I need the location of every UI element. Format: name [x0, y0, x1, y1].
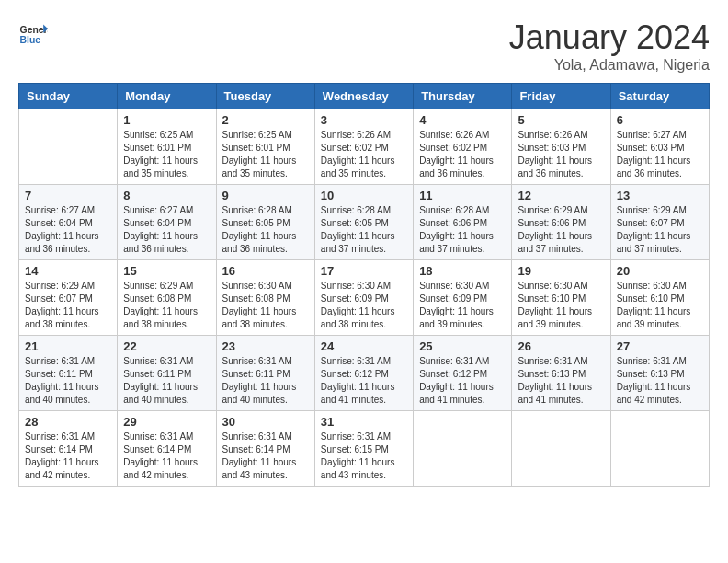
calendar-cell: 10Sunrise: 6:28 AM Sunset: 6:05 PM Dayli…: [314, 185, 413, 260]
day-number: 17: [321, 264, 407, 278]
day-number: 9: [222, 189, 309, 202]
day-info: Sunrise: 6:29 AM Sunset: 6:07 PM Dayligh…: [617, 204, 703, 256]
day-number: 4: [419, 113, 506, 127]
day-number: 11: [419, 189, 506, 202]
day-info: Sunrise: 6:31 AM Sunset: 6:12 PM Dayligh…: [321, 355, 407, 407]
day-info: Sunrise: 6:28 AM Sunset: 6:06 PM Dayligh…: [419, 204, 506, 256]
day-number: 28: [25, 415, 111, 429]
day-number: 20: [617, 264, 703, 278]
calendar-cell: 24Sunrise: 6:31 AM Sunset: 6:12 PM Dayli…: [314, 336, 413, 411]
calendar-cell: 1Sunrise: 6:25 AM Sunset: 6:01 PM Daylig…: [118, 109, 216, 185]
day-info: Sunrise: 6:25 AM Sunset: 6:01 PM Dayligh…: [222, 129, 309, 180]
day-number: 26: [518, 339, 604, 353]
day-info: Sunrise: 6:28 AM Sunset: 6:05 PM Dayligh…: [321, 204, 407, 256]
calendar-cell: 26Sunrise: 6:31 AM Sunset: 6:13 PM Dayli…: [512, 336, 610, 411]
main-title: January 2024: [509, 18, 710, 57]
calendar-cell: 13Sunrise: 6:29 AM Sunset: 6:07 PM Dayli…: [610, 185, 709, 260]
logo: General Blue: [18, 18, 48, 48]
day-info: Sunrise: 6:31 AM Sunset: 6:11 PM Dayligh…: [123, 355, 210, 407]
calendar-header-row: SundayMondayTuesdayWednesdayThursdayFrid…: [19, 84, 710, 109]
day-number: 19: [518, 264, 604, 278]
day-info: Sunrise: 6:30 AM Sunset: 6:08 PM Dayligh…: [222, 280, 309, 331]
calendar-day-header: Tuesday: [216, 84, 314, 109]
day-number: 5: [518, 113, 604, 127]
day-number: 25: [419, 339, 506, 353]
calendar-day-header: Friday: [512, 84, 610, 109]
day-info: Sunrise: 6:31 AM Sunset: 6:12 PM Dayligh…: [419, 355, 506, 407]
calendar-cell: 21Sunrise: 6:31 AM Sunset: 6:11 PM Dayli…: [19, 336, 118, 411]
day-info: Sunrise: 6:27 AM Sunset: 6:03 PM Dayligh…: [617, 129, 703, 180]
calendar-cell: 6Sunrise: 6:27 AM Sunset: 6:03 PM Daylig…: [610, 109, 709, 185]
calendar-cell: 5Sunrise: 6:26 AM Sunset: 6:03 PM Daylig…: [512, 109, 610, 185]
day-number: 29: [123, 415, 210, 429]
day-info: Sunrise: 6:31 AM Sunset: 6:14 PM Dayligh…: [25, 431, 111, 482]
calendar-cell: 18Sunrise: 6:30 AM Sunset: 6:09 PM Dayli…: [414, 260, 512, 336]
calendar-cell: [610, 411, 709, 487]
day-info: Sunrise: 6:26 AM Sunset: 6:03 PM Dayligh…: [518, 129, 604, 180]
day-info: Sunrise: 6:27 AM Sunset: 6:04 PM Dayligh…: [25, 204, 111, 256]
calendar-cell: 4Sunrise: 6:26 AM Sunset: 6:02 PM Daylig…: [414, 109, 512, 185]
calendar-day-header: Thursday: [414, 84, 512, 109]
day-number: 14: [25, 264, 111, 278]
calendar-cell: 16Sunrise: 6:30 AM Sunset: 6:08 PM Dayli…: [216, 260, 314, 336]
day-info: Sunrise: 6:30 AM Sunset: 6:10 PM Dayligh…: [518, 280, 604, 331]
calendar-cell: 14Sunrise: 6:29 AM Sunset: 6:07 PM Dayli…: [19, 260, 118, 336]
day-number: 10: [321, 189, 407, 202]
day-number: 2: [222, 113, 309, 127]
calendar-cell: 28Sunrise: 6:31 AM Sunset: 6:14 PM Dayli…: [19, 411, 118, 487]
title-block: January 2024 Yola, Adamawa, Nigeria: [509, 18, 710, 74]
day-info: Sunrise: 6:28 AM Sunset: 6:05 PM Dayligh…: [222, 204, 309, 256]
page-header: General Blue January 2024 Yola, Adamawa,…: [18, 18, 710, 74]
day-info: Sunrise: 6:29 AM Sunset: 6:07 PM Dayligh…: [25, 280, 111, 331]
calendar-cell: 22Sunrise: 6:31 AM Sunset: 6:11 PM Dayli…: [118, 336, 216, 411]
day-info: Sunrise: 6:31 AM Sunset: 6:15 PM Dayligh…: [321, 431, 407, 482]
day-info: Sunrise: 6:31 AM Sunset: 6:14 PM Dayligh…: [123, 431, 210, 482]
calendar-cell: 15Sunrise: 6:29 AM Sunset: 6:08 PM Dayli…: [118, 260, 216, 336]
day-info: Sunrise: 6:29 AM Sunset: 6:06 PM Dayligh…: [518, 204, 604, 256]
calendar-week-row: 1Sunrise: 6:25 AM Sunset: 6:01 PM Daylig…: [19, 109, 710, 185]
calendar-cell: 12Sunrise: 6:29 AM Sunset: 6:06 PM Dayli…: [512, 185, 610, 260]
calendar-cell: 30Sunrise: 6:31 AM Sunset: 6:14 PM Dayli…: [216, 411, 314, 487]
calendar-cell: 3Sunrise: 6:26 AM Sunset: 6:02 PM Daylig…: [314, 109, 413, 185]
day-info: Sunrise: 6:30 AM Sunset: 6:09 PM Dayligh…: [419, 280, 506, 331]
calendar-cell: 23Sunrise: 6:31 AM Sunset: 6:11 PM Dayli…: [216, 336, 314, 411]
day-number: 3: [321, 113, 407, 127]
day-number: 15: [123, 264, 210, 278]
day-info: Sunrise: 6:30 AM Sunset: 6:09 PM Dayligh…: [321, 280, 407, 331]
calendar-cell: 27Sunrise: 6:31 AM Sunset: 6:13 PM Dayli…: [610, 336, 709, 411]
day-number: 27: [617, 339, 703, 353]
calendar-cell: 29Sunrise: 6:31 AM Sunset: 6:14 PM Dayli…: [118, 411, 216, 487]
calendar-cell: [19, 109, 118, 185]
day-number: 13: [617, 189, 703, 202]
day-info: Sunrise: 6:31 AM Sunset: 6:11 PM Dayligh…: [25, 355, 111, 407]
day-info: Sunrise: 6:26 AM Sunset: 6:02 PM Dayligh…: [321, 129, 407, 180]
day-info: Sunrise: 6:31 AM Sunset: 6:14 PM Dayligh…: [222, 431, 309, 482]
calendar-week-row: 28Sunrise: 6:31 AM Sunset: 6:14 PM Dayli…: [19, 411, 710, 487]
calendar-cell: 25Sunrise: 6:31 AM Sunset: 6:12 PM Dayli…: [414, 336, 512, 411]
day-number: 22: [123, 339, 210, 353]
calendar-day-header: Monday: [118, 84, 216, 109]
logo-icon: General Blue: [18, 18, 48, 48]
calendar-week-row: 14Sunrise: 6:29 AM Sunset: 6:07 PM Dayli…: [19, 260, 710, 336]
day-number: 7: [25, 189, 111, 202]
calendar-cell: 2Sunrise: 6:25 AM Sunset: 6:01 PM Daylig…: [216, 109, 314, 185]
day-number: 30: [222, 415, 309, 429]
day-info: Sunrise: 6:26 AM Sunset: 6:02 PM Dayligh…: [419, 129, 506, 180]
day-info: Sunrise: 6:30 AM Sunset: 6:10 PM Dayligh…: [617, 280, 703, 331]
subtitle: Yola, Adamawa, Nigeria: [509, 57, 710, 74]
day-info: Sunrise: 6:31 AM Sunset: 6:13 PM Dayligh…: [617, 355, 703, 407]
calendar-cell: 11Sunrise: 6:28 AM Sunset: 6:06 PM Dayli…: [414, 185, 512, 260]
day-number: 6: [617, 113, 703, 127]
day-info: Sunrise: 6:31 AM Sunset: 6:11 PM Dayligh…: [222, 355, 309, 407]
calendar-day-header: Wednesday: [314, 84, 413, 109]
day-number: 18: [419, 264, 506, 278]
day-number: 23: [222, 339, 309, 353]
svg-text:Blue: Blue: [20, 35, 41, 45]
calendar-day-header: Sunday: [19, 84, 118, 109]
day-number: 1: [123, 113, 210, 127]
calendar-cell: 17Sunrise: 6:30 AM Sunset: 6:09 PM Dayli…: [314, 260, 413, 336]
day-info: Sunrise: 6:31 AM Sunset: 6:13 PM Dayligh…: [518, 355, 604, 407]
calendar-cell: 20Sunrise: 6:30 AM Sunset: 6:10 PM Dayli…: [610, 260, 709, 336]
calendar-cell: [512, 411, 610, 487]
calendar-cell: 31Sunrise: 6:31 AM Sunset: 6:15 PM Dayli…: [314, 411, 413, 487]
